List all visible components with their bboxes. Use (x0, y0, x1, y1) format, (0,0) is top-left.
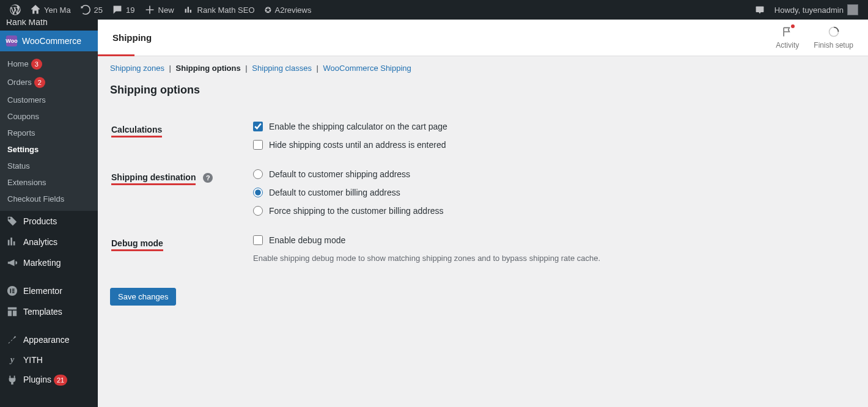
my-account-link[interactable]: Howdy, tuyenadmin (770, 0, 863, 20)
submenu-extensions[interactable]: Extensions (0, 174, 98, 191)
tab-woocommerce-shipping[interactable]: WooCommerce Shipping (323, 64, 411, 73)
update-icon (81, 5, 90, 15)
tab-shipping-classes[interactable]: Shipping classes (252, 64, 312, 73)
calc-hide-row[interactable]: Hide shipping costs until an address is … (253, 140, 848, 150)
chat-square-icon (755, 5, 765, 15)
menu-woocommerce-label: WooCommerce (22, 36, 92, 46)
help-tooltip-icon[interactable]: ? (203, 173, 213, 183)
activity-label: Activity (776, 41, 799, 50)
site-name-link[interactable]: Yen Ma (26, 0, 76, 20)
dest-billing-row[interactable]: Default to customer billing address (253, 188, 848, 197)
settings-form: Calculations Enable the shipping calcula… (110, 111, 856, 273)
menu-templates[interactable]: Templates (0, 301, 98, 322)
admin-bar: Yen Ma 25 19 New Rank Math SEO ✪ A2revie… (0, 0, 868, 20)
a2reviews-link[interactable]: ✪ A2reviews (260, 0, 317, 20)
dest-force-radio[interactable] (253, 206, 263, 216)
submenu-home[interactable]: Home3 (0, 55, 98, 73)
section-heading: Shipping options (110, 84, 856, 97)
finish-setup-label: Finish setup (814, 41, 853, 50)
megaphone-icon (6, 257, 18, 268)
calculations-label: Calculations (111, 125, 162, 138)
notifications-link[interactable] (750, 0, 770, 20)
dest-force-label: Force shipping to the customer billing a… (269, 206, 444, 216)
submenu-customers[interactable]: Customers (0, 92, 98, 108)
debug-enable-checkbox[interactable] (253, 235, 263, 245)
menu-templates-label: Templates (23, 307, 92, 317)
activity-button[interactable]: Activity (776, 26, 799, 50)
wordpress-icon (10, 4, 21, 15)
calc-enable-row[interactable]: Enable the shipping calculator on the ca… (253, 122, 848, 131)
menu-rank-math[interactable]: Rank Math (0, 20, 98, 31)
dest-shipping-row[interactable]: Default to customer shipping address (253, 169, 848, 179)
dest-force-row[interactable]: Force shipping to the customer billing a… (253, 206, 848, 216)
svg-rect-3 (12, 288, 15, 290)
calc-enable-checkbox[interactable] (253, 122, 263, 131)
submenu-reports[interactable]: Reports (0, 125, 98, 141)
menu-elementor[interactable]: Elementor (0, 280, 98, 301)
menu-appearance[interactable]: Appearance (0, 329, 98, 330)
woo-header: Shipping Activity Finish setup (98, 20, 868, 56)
orders-badge: 2 (34, 77, 45, 88)
home-badge: 3 (31, 59, 42, 70)
circle-plus-icon: ✪ (265, 6, 271, 15)
submenu-settings[interactable]: Settings (0, 141, 98, 158)
destination-label: Shipping destination (111, 172, 196, 185)
calc-enable-label: Enable the shipping calculator on the ca… (269, 122, 447, 131)
woo-icon: Woo (6, 35, 17, 46)
comment-icon (112, 5, 122, 15)
debug-label: Debug mode (111, 238, 163, 251)
save-changes-button[interactable]: Save changes (110, 288, 176, 306)
new-label: New (158, 6, 174, 15)
finish-setup-button[interactable]: Finish setup (814, 26, 853, 50)
dest-billing-radio[interactable] (253, 188, 263, 197)
calc-hide-checkbox[interactable] (253, 140, 263, 150)
tag-icon (6, 216, 18, 227)
flag-icon (781, 26, 793, 40)
dest-shipping-radio[interactable] (253, 169, 263, 179)
rank-math-link[interactable]: Rank Math SEO (179, 0, 260, 20)
analytics-icon (6, 237, 18, 248)
submenu-checkout-fields[interactable]: Checkout Fields (0, 191, 98, 207)
tab-separator: | (317, 64, 318, 73)
svg-rect-0 (756, 6, 763, 12)
chart-icon (184, 5, 194, 15)
menu-elementor-label: Elementor (23, 286, 92, 296)
tab-separator: | (169, 64, 171, 73)
notification-dot (791, 24, 795, 28)
comments-link[interactable]: 19 (108, 0, 139, 20)
submenu-status[interactable]: Status (0, 158, 98, 174)
tab-shipping-zones[interactable]: Shipping zones (110, 64, 164, 73)
wp-logo[interactable] (5, 0, 26, 20)
menu-woocommerce[interactable]: Woo WooCommerce (0, 31, 98, 51)
site-name-text: Yen Ma (44, 6, 71, 15)
elementor-icon (6, 285, 18, 296)
menu-products-label: Products (23, 216, 92, 226)
menu-marketing[interactable]: Marketing (0, 252, 98, 273)
updates-link[interactable]: 25 (76, 0, 108, 20)
debug-description: Enable shipping debug mode to show match… (253, 254, 848, 263)
menu-products[interactable]: Products (0, 211, 98, 232)
avatar-icon (847, 4, 858, 15)
svg-rect-2 (10, 288, 11, 293)
debug-enable-row[interactable]: Enable debug mode (253, 235, 848, 245)
comments-count: 19 (126, 6, 134, 15)
progress-circle-icon (828, 26, 840, 40)
dest-billing-label: Default to customer billing address (269, 188, 400, 197)
submenu-orders-label: Orders (7, 78, 32, 87)
tab-shipping-options[interactable]: Shipping options (176, 64, 241, 73)
menu-marketing-label: Marketing (23, 258, 92, 268)
page-title: Shipping (112, 32, 152, 43)
submenu-coupons[interactable]: Coupons (0, 108, 98, 125)
new-content-link[interactable]: New (140, 0, 179, 20)
svg-rect-5 (12, 292, 15, 293)
submenu-home-label: Home (7, 59, 29, 68)
menu-analytics[interactable]: Analytics (0, 232, 98, 252)
main-content: Shipping Activity Finish setup Shipping … (98, 20, 868, 330)
dest-shipping-label: Default to customer shipping address (269, 169, 410, 179)
admin-sidebar: Rank Math Woo WooCommerce Home3 Orders2 … (0, 20, 98, 330)
debug-enable-label: Enable debug mode (269, 235, 345, 245)
menu-analytics-label: Analytics (23, 237, 92, 247)
shipping-subtabs: Shipping zones | Shipping options | Ship… (110, 64, 856, 73)
rank-math-label: Rank Math SEO (197, 6, 255, 15)
submenu-orders[interactable]: Orders2 (0, 73, 98, 92)
